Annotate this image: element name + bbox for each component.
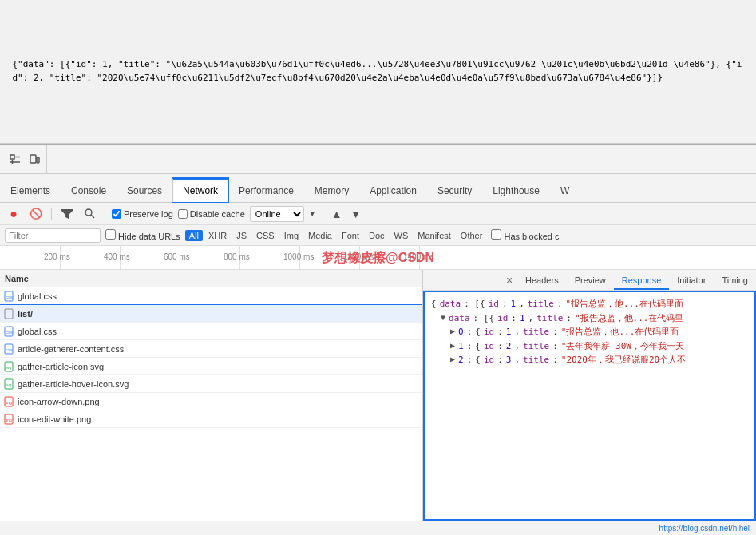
response-tab-response[interactable]: Response <box>614 272 670 290</box>
response-content-area: { data : [{ id : 1 , title : "报告总监，他...在… <box>423 291 756 521</box>
disable-cache-label[interactable]: Disable cache <box>178 209 245 219</box>
tab-more[interactable]: W <box>550 178 580 202</box>
filter-ws[interactable]: WS <box>390 230 413 241</box>
filter-other[interactable]: Other <box>457 230 487 241</box>
json-brace-open: { <box>431 297 437 311</box>
list-item[interactable]: png icon-edit-white.png <box>0 410 422 428</box>
devtools-top-bar <box>0 145 756 174</box>
preserve-log-label[interactable]: Preserve log <box>112 209 173 219</box>
filter-manifest[interactable]: Manifest <box>414 230 455 241</box>
json-line-1: { data : [{ id : 1 , title : "报告总监，他...在… <box>431 297 748 311</box>
json-line-4: ▶ 1 : { id : 2 , title : "去年我年薪 30W，今年我一… <box>431 339 748 354</box>
tick-400ms: 400 ms <box>104 252 130 261</box>
svg-file-icon: svg <box>3 378 14 390</box>
svg-rect-5 <box>37 157 39 163</box>
throttle-select[interactable]: Online Fast 3G Slow 3G Offline <box>250 206 304 222</box>
close-panel-button[interactable]: × <box>506 274 513 287</box>
response-tab-headers[interactable]: Headers <box>517 272 567 290</box>
filter-bar: Hide data URLs All XHR JS CSS Img Media … <box>0 225 756 246</box>
file-name: list/ <box>18 309 33 319</box>
tick-1200ms: 1200 ms <box>343 252 374 261</box>
tab-performance[interactable]: Performance <box>228 178 304 202</box>
png-file-icon: png <box>3 396 14 407</box>
json-line-5: ▶ 2 : { id : 3 , title : "2020年，我已经说服20个… <box>431 353 748 367</box>
svg-point-6 <box>85 209 92 216</box>
filter-font[interactable]: Font <box>338 230 363 241</box>
svg-text:svg: svg <box>6 382 12 387</box>
export-icon[interactable]: ▼ <box>349 207 363 221</box>
devtools-tab-strip: Elements Console Sources Network Perform… <box>0 174 756 203</box>
filter-doc[interactable]: Doc <box>365 230 389 241</box>
tab-sources[interactable]: Sources <box>117 178 172 202</box>
svg-text:css: css <box>6 330 13 335</box>
tick-200ms: 200 ms <box>44 252 70 261</box>
tab-elements[interactable]: Elements <box>0 178 61 202</box>
filter-xhr[interactable]: XHR <box>204 230 231 241</box>
list-item[interactable]: css article-gatherer-content.css <box>0 340 422 358</box>
svg-text:png: png <box>6 418 13 422</box>
css-file-icon: css <box>3 291 14 302</box>
filter-types: All XHR JS CSS Img Media Font Doc WS Man… <box>185 230 487 241</box>
record-stop-icon[interactable]: ● <box>5 205 22 223</box>
filter-img[interactable]: Img <box>280 230 303 241</box>
json-key-data: data <box>440 297 461 311</box>
inspect-icon[interactable] <box>6 151 24 168</box>
devtools-left-icons <box>3 145 47 173</box>
json-line-3: ▶ 0 : { id : 1 , title : "报告总监，他...在代码里面 <box>431 325 748 339</box>
svg-text:png: png <box>6 400 13 405</box>
css-file-icon: css <box>3 343 14 355</box>
timeline-bar: 200 ms 400 ms 600 ms 800 ms 1000 ms 1200… <box>0 246 756 270</box>
filter-js[interactable]: JS <box>232 230 251 241</box>
separator-2 <box>105 208 105 220</box>
css-file-icon: css <box>3 326 14 337</box>
png-file-icon: png <box>3 414 14 425</box>
tab-memory[interactable]: Memory <box>304 178 359 202</box>
list-item[interactable]: css global.css <box>0 287 422 305</box>
file-list: Name css global.css list/ css global.css <box>0 270 423 521</box>
file-name: article-gatherer-content.css <box>18 344 124 354</box>
hide-data-urls-checkbox[interactable] <box>105 229 116 240</box>
page-file-icon <box>3 308 14 319</box>
tick-1400ms: 1400 ms <box>403 252 433 261</box>
list-item[interactable]: css global.css <box>0 323 422 340</box>
file-name: gather-article-icon.svg <box>18 362 104 371</box>
tab-application[interactable]: Application <box>359 178 427 202</box>
tab-console[interactable]: Console <box>61 178 117 202</box>
import-icon[interactable]: ▲ <box>330 207 344 221</box>
has-blocked-checkbox[interactable] <box>491 229 501 240</box>
tick-600ms: 600 ms <box>164 252 190 261</box>
preserve-log-checkbox[interactable] <box>112 209 121 219</box>
search-icon[interactable] <box>81 205 98 223</box>
filter-icon[interactable] <box>58 205 76 223</box>
disable-cache-checkbox[interactable] <box>178 209 188 219</box>
page-json-content: {"data": [{"id": 1, "title": "\u62a5\u54… <box>3 52 754 91</box>
file-name: gather-article-hover-icon.svg <box>18 379 129 389</box>
tab-network[interactable]: Network <box>172 178 228 202</box>
svg-rect-0 <box>10 155 14 159</box>
main-content-area: Name css global.css list/ css global.css <box>0 270 756 521</box>
list-item[interactable]: svg gather-article-hover-icon.svg <box>0 375 422 393</box>
hide-data-urls-label[interactable]: Hide data URLs <box>105 229 180 241</box>
file-name: icon-edit-white.png <box>18 414 91 424</box>
tick-1000ms: 1000 ms <box>283 252 314 261</box>
filter-all[interactable]: All <box>185 230 203 241</box>
response-tab-preview[interactable]: Preview <box>567 272 614 290</box>
list-item[interactable]: svg gather-article-icon.svg <box>0 358 422 375</box>
file-name: icon-arrow-down.png <box>18 397 100 406</box>
svg-text:css: css <box>6 347 13 352</box>
response-tab-timing[interactable]: Timing <box>714 272 756 290</box>
response-tab-initiator[interactable]: Initiator <box>669 272 714 290</box>
svg-text:css: css <box>6 295 13 299</box>
response-tab-strip: × Headers Preview Response Initiator Tim… <box>423 270 756 291</box>
filter-css[interactable]: CSS <box>252 230 279 241</box>
filter-input[interactable] <box>5 228 101 243</box>
clear-icon[interactable]: 🚫 <box>27 205 45 223</box>
device-toggle-icon[interactable] <box>26 151 43 168</box>
tab-security[interactable]: Security <box>427 178 482 202</box>
list-item[interactable]: list/ <box>0 305 422 323</box>
has-blocked-label[interactable]: Has blocked c <box>491 229 559 241</box>
list-item[interactable]: png icon-arrow-down.png <box>0 393 422 410</box>
filter-media[interactable]: Media <box>304 230 336 241</box>
tab-lighthouse[interactable]: Lighthouse <box>482 178 550 202</box>
file-name: global.css <box>18 327 57 336</box>
